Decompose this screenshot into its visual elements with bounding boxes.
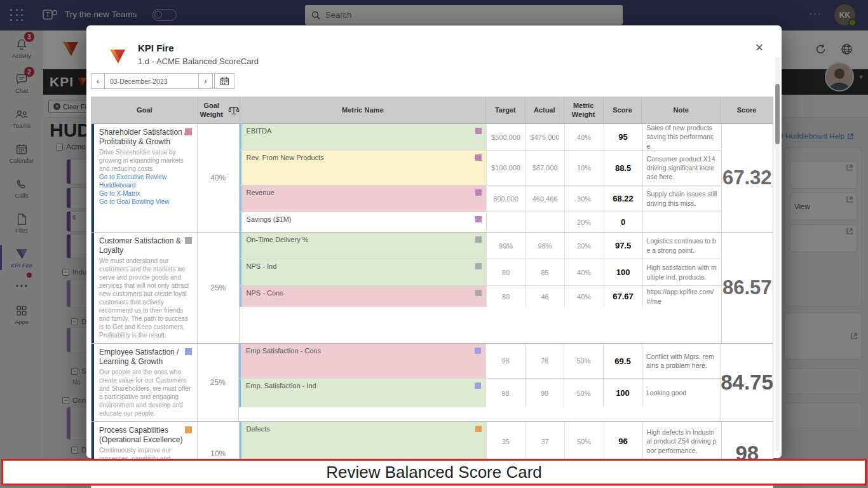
metric-weight-cell: 40% <box>564 286 604 307</box>
review-balanced-scorecard-banner[interactable]: Review Balanced Score Card <box>1 459 867 485</box>
metric-color-square <box>475 383 481 389</box>
metric-note-cell: Supply chain issues still driving this m… <box>642 186 721 212</box>
goal-color-square <box>185 128 192 135</box>
metric-score-cell: 68.22 <box>604 186 642 212</box>
metric-row: NPS - Cons804640%67.67https://app.kpifir… <box>240 286 721 307</box>
metric-name-cell: NPS - Cons <box>240 286 486 307</box>
goal-link[interactable]: Go to Executive Review Huddleboard <box>99 173 192 189</box>
metric-row: Revenue800,000460,46630%68.22Supply chai… <box>240 186 721 212</box>
column-header-goal: Goal <box>92 97 198 123</box>
goal-color-square <box>185 426 192 433</box>
metric-actual-cell: 37 <box>526 422 564 461</box>
goal-description: Drive Shareholder value by growing in ex… <box>99 148 192 173</box>
metric-color-square <box>475 154 482 161</box>
prev-date-button[interactable]: ‹ <box>91 73 105 89</box>
metric-score-cell: 67.67 <box>604 286 642 307</box>
metric-note-cell: High defects in Industrial product Z54 d… <box>642 422 721 461</box>
modal-subtitle: 1.d - ACME Balanced ScoreCard <box>138 57 259 66</box>
column-header-actual: Actual <box>526 97 564 123</box>
metric-note-cell: https://app.kpifire.com/#/me <box>642 286 721 307</box>
metric-weight-cell: 40% <box>564 124 604 150</box>
metric-actual-cell <box>526 212 564 232</box>
goal-link[interactable]: Go to Goal Bowling View <box>99 198 192 206</box>
goal-color-square <box>185 348 192 355</box>
modal-title: KPI Fire <box>138 43 174 53</box>
metric-name-cell: On-Time Delivery % <box>240 233 486 259</box>
metric-weight-cell: 40% <box>564 259 604 285</box>
metric-actual-cell: 460,466 <box>526 186 564 212</box>
goal-name: Shareholder Satisfaction / Profitability… <box>99 128 188 147</box>
metric-target-cell: 80 <box>486 259 526 285</box>
date-field[interactable]: 03-December-2023 <box>105 73 199 89</box>
metric-name-cell: Savings ($1M) <box>240 212 486 232</box>
goal-description: We must understand our customers and the… <box>99 257 192 339</box>
column-header-score: Score <box>721 97 773 123</box>
metric-note-cell: Conflict with Mgrs. remains a problem he… <box>642 344 721 378</box>
goal-color-square <box>185 237 192 244</box>
metric-note-cell: Logistics continues to be a strong point… <box>642 233 721 259</box>
metric-target-cell: 99% <box>486 233 526 259</box>
scrollbar-thumb[interactable] <box>775 84 780 144</box>
goal-link[interactable]: Go to X-Matrix <box>99 189 192 198</box>
metric-score-cell: 96 <box>604 422 642 461</box>
metric-actual-cell: 46 <box>526 286 564 307</box>
metric-target-cell: 80 <box>486 286 526 307</box>
calendar-picker-button[interactable] <box>214 73 234 89</box>
goal-name: Customer Satisfaction & Loyalty <box>99 236 188 255</box>
column-header-label: Score <box>613 106 632 115</box>
metric-weight-cell: 50% <box>564 422 604 461</box>
metric-score-cell: 97.5 <box>604 233 642 259</box>
metric-target-cell: 98 <box>485 379 525 407</box>
metric-color-square <box>475 348 481 354</box>
close-icon[interactable]: × <box>751 39 768 56</box>
metric-score-cell: 88.5 <box>604 151 642 185</box>
metric-target-cell <box>486 212 526 232</box>
metric-score-cell: 0 <box>604 212 642 232</box>
metric-note-cell: High satisfaction with multiple Ind. pro… <box>642 259 721 285</box>
metric-color-square <box>475 216 482 222</box>
metric-target-cell: 35 <box>486 422 526 461</box>
column-header-label: Goal Weight <box>198 102 225 119</box>
metric-row: Rev. From New Products$100,000$87,00010%… <box>240 151 721 186</box>
metric-weight-cell: 20% <box>564 212 604 232</box>
metric-color-square <box>475 189 482 196</box>
metric-target-cell: 800,000 <box>486 186 526 212</box>
column-header-label: Note <box>674 106 689 115</box>
metric-row: EBITDA$500,000$475,00040%95Sales of new … <box>240 124 721 151</box>
metric-row: Emp Satisfaction - Cons987650%69.5Confli… <box>239 344 721 379</box>
screen: T Try the new Teams ··· KK Activity3Chat… <box>0 0 868 488</box>
metrics-column: EBITDA$500,000$475,00040%95Sales of new … <box>240 124 721 232</box>
metric-weight-cell: 50% <box>564 344 603 378</box>
metric-actual-cell: 98 <box>525 379 564 407</box>
metrics-column: Emp Satisfaction - Cons987650%69.5Confli… <box>239 344 721 421</box>
metric-weight-cell: 50% <box>564 379 603 407</box>
goal-score-cell: 86.57 <box>721 233 773 343</box>
metric-actual-cell: 76 <box>525 344 564 378</box>
metric-weight-cell: 20% <box>564 233 604 259</box>
metric-row: On-Time Delivery %99%98%20%97.5Logistics… <box>240 233 721 259</box>
goal-weight-cell: 25% <box>198 344 239 421</box>
column-header-target: Target <box>486 97 526 123</box>
goal-name: Employee Satisfaction / Learning & Growt… <box>99 348 188 367</box>
metric-score-cell: 100 <box>603 379 642 407</box>
calendar-icon <box>220 76 229 86</box>
metrics-column: On-Time Delivery %99%98%20%97.5Logistics… <box>240 233 721 343</box>
next-date-button[interactable]: › <box>199 73 213 89</box>
metric-name-cell: Rev. From New Products <box>240 151 486 185</box>
metric-color-square <box>475 128 482 134</box>
goal-group-row: Shareholder Satisfaction / Profitability… <box>92 124 773 233</box>
date-navigation: ‹ 03-December-2023 › <box>91 73 234 89</box>
modal-scrollbar[interactable] <box>775 57 780 451</box>
kpifire-logo-icon <box>108 46 127 67</box>
metric-name-cell: NPS - Ind <box>240 259 486 285</box>
metric-score-cell: 100 <box>604 259 642 285</box>
column-header-label: Goal <box>137 106 152 115</box>
goal-score-cell: 67.32 <box>721 124 773 232</box>
scale-icon <box>228 105 240 116</box>
metric-score-cell: 95 <box>604 124 642 150</box>
metric-name-cell: EBITDA <box>240 124 486 150</box>
total-score: 79.56 <box>716 486 773 488</box>
metric-actual-cell: 85 <box>526 259 564 285</box>
goal-description: Our people are the ones who create value… <box>99 368 192 417</box>
metric-note-cell: Looking good <box>642 379 721 407</box>
